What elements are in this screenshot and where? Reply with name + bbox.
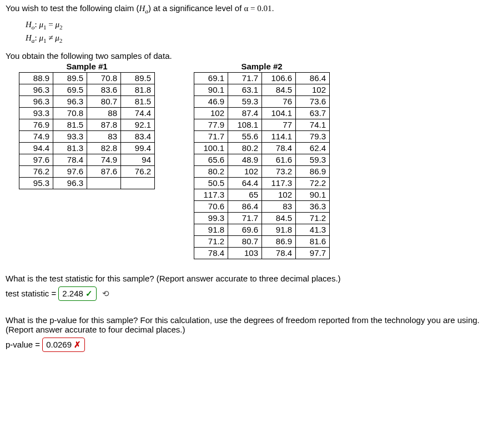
table-cell: 103 <box>228 247 262 259</box>
table-cell: 97.6 <box>53 165 87 177</box>
table-cell: 94 <box>121 154 155 165</box>
table-cell: 104.1 <box>262 107 296 119</box>
intro-line: You wish to test the following claim (Ha… <box>6 3 492 14</box>
q2-answer-line: p-value = 0.0269 ✗ <box>6 338 492 352</box>
table-cell: 87.6 <box>87 165 121 177</box>
table-row: 76.981.587.892.1 <box>19 119 155 130</box>
q1-answer-input[interactable]: 2.248 ✓ <box>58 286 97 301</box>
table-row: 10287.4104.163.7 <box>194 107 330 119</box>
table-row: 93.370.88874.4 <box>19 107 155 119</box>
table-cell: 69.5 <box>53 84 87 95</box>
table-cell: 76.9 <box>19 119 53 130</box>
table-cell: 81.5 <box>53 119 87 130</box>
table-cell: 79.3 <box>296 130 330 142</box>
table-cell: 87.4 <box>228 107 262 119</box>
table-cell: 65 <box>228 189 262 200</box>
q1-answer-line: test statistic = 2.248 ✓ ⟲ <box>6 286 492 301</box>
samples-row: Sample #1 88.989.570.889.596.369.583.681… <box>6 62 492 259</box>
table-cell: 81.8 <box>121 84 155 95</box>
table-cell: 77.9 <box>194 119 228 130</box>
table-cell: 83 <box>262 200 296 212</box>
table-row: 96.369.583.681.8 <box>19 84 155 95</box>
table-cell: 106.6 <box>262 72 296 84</box>
table-cell: 74.1 <box>296 119 330 130</box>
table-cell: 92.1 <box>121 119 155 130</box>
table-cell: 55.6 <box>228 130 262 142</box>
q2-answer-input[interactable]: 0.0269 ✗ <box>42 338 85 352</box>
cross-icon: ✗ <box>74 340 81 350</box>
table-cell: 78.4 <box>262 247 296 259</box>
table-cell: 84.5 <box>262 212 296 224</box>
table-cell: 96.3 <box>19 84 53 95</box>
table-row: 70.686.48336.3 <box>194 200 330 212</box>
table-cell: 89.5 <box>121 72 155 84</box>
table-row: 71.280.786.981.6 <box>194 235 330 247</box>
table-cell: 71.7 <box>228 212 262 224</box>
table-cell: 78.4 <box>262 142 296 154</box>
table-cell: 90.1 <box>194 84 228 95</box>
sample2-title: Sample #2 <box>194 62 330 71</box>
table-cell: 76.2 <box>121 165 155 177</box>
table-row: 76.297.687.676.2 <box>19 165 155 177</box>
check-icon: ✓ <box>85 289 93 299</box>
table-cell: 69.6 <box>228 224 262 235</box>
table-cell: 74.9 <box>87 154 121 165</box>
table-cell: 82.8 <box>87 142 121 154</box>
table-cell: 41.3 <box>296 224 330 235</box>
table-cell: 80.2 <box>228 142 262 154</box>
table-cell: 91.8 <box>262 224 296 235</box>
sample2-block: Sample #2 69.171.7106.686.490.163.184.51… <box>194 62 330 259</box>
table-cell: 61.6 <box>262 154 296 165</box>
table-row: 100.180.278.462.4 <box>194 142 330 154</box>
table-cell: 71.7 <box>194 130 228 142</box>
table-cell: 83 <box>87 130 121 142</box>
table-cell: 117.3 <box>194 189 228 200</box>
table-cell: 74.4 <box>121 107 155 119</box>
sample2-table: 69.171.7106.686.490.163.184.510246.959.3… <box>194 72 330 259</box>
table-row: 74.993.38383.4 <box>19 130 155 142</box>
intro-text-pre: You wish to test the following claim ( <box>6 3 139 13</box>
table-cell: 71.2 <box>194 235 228 247</box>
table-row: 88.989.570.889.5 <box>19 72 155 84</box>
question-2: What is the p-value for this sample? For… <box>6 315 492 352</box>
q1-prompt: What is the test statistic for this samp… <box>6 274 492 283</box>
table-cell: 117.3 <box>262 177 296 189</box>
sample1-title: Sample #1 <box>19 62 155 71</box>
q2-prompt: What is the p-value for this sample? For… <box>6 315 492 334</box>
table-cell: 102 <box>296 84 330 95</box>
table-cell: 108.1 <box>228 119 262 130</box>
alpha-expr: α = 0.01 <box>244 4 271 13</box>
q1-value: 2.248 <box>62 289 83 298</box>
table-cell: 96.3 <box>53 177 87 189</box>
table-cell: 71.2 <box>296 212 330 224</box>
table-cell: 73.6 <box>296 95 330 107</box>
retry-icon[interactable]: ⟲ <box>102 289 109 299</box>
table-row: 117.36510290.1 <box>194 189 330 200</box>
question-1: What is the test statistic for this samp… <box>6 274 492 301</box>
table-cell: 46.9 <box>194 95 228 107</box>
table-cell: 63.7 <box>296 107 330 119</box>
table-cell: 87.8 <box>87 119 121 130</box>
ha-symbol: Ha <box>139 4 148 13</box>
table-cell: 76.2 <box>19 165 53 177</box>
table-cell: 102 <box>262 189 296 200</box>
table-cell <box>87 177 121 189</box>
table-cell: 97.7 <box>296 247 330 259</box>
table-row: 94.481.382.899.4 <box>19 142 155 154</box>
samples-intro: You obtain the following two samples of … <box>6 51 492 61</box>
table-row: 50.564.4117.372.2 <box>194 177 330 189</box>
table-cell: 77 <box>262 119 296 130</box>
q1-label: test statistic = <box>6 289 56 298</box>
table-row: 69.171.7106.686.4 <box>194 72 330 84</box>
table-cell: 86.4 <box>228 200 262 212</box>
table-row: 91.869.691.841.3 <box>194 224 330 235</box>
table-cell: 91.8 <box>194 224 228 235</box>
table-cell: 50.5 <box>194 177 228 189</box>
table-cell: 97.6 <box>19 154 53 165</box>
table-cell: 80.7 <box>87 95 121 107</box>
table-cell: 78.4 <box>53 154 87 165</box>
table-cell: 95.3 <box>19 177 53 189</box>
sample1-block: Sample #1 88.989.570.889.596.369.583.681… <box>19 62 155 189</box>
table-cell: 93.3 <box>19 107 53 119</box>
table-cell: 69.1 <box>194 72 228 84</box>
